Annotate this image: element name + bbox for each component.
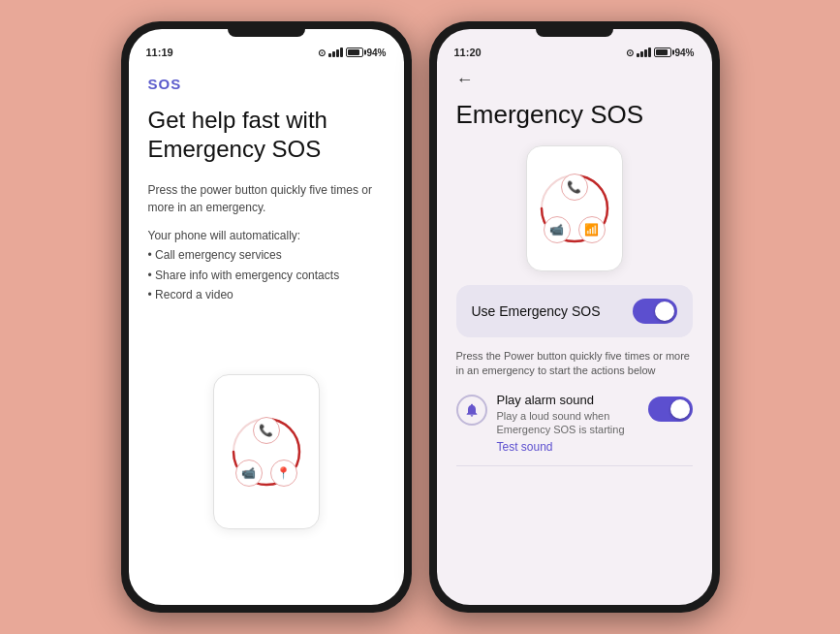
phone-call-icon: 📞 — [253, 417, 280, 444]
wifi-icon-right: ⊙ — [626, 48, 634, 58]
battery-fill-left — [348, 49, 359, 55]
auto-list: Your phone will automatically: • Call em… — [148, 226, 385, 305]
alarm-icon — [456, 395, 487, 426]
bar3 — [336, 49, 339, 57]
location-share-icon: 📍 — [270, 460, 297, 487]
bar1 — [328, 53, 331, 57]
toggle-label: Use Emergency SOS — [472, 303, 601, 319]
status-bar-left: 11:19 ⊙ 94% — [129, 37, 404, 62]
notch-left — [228, 29, 305, 37]
battery-pct-right: 94% — [674, 48, 694, 58]
description: Press the power button quickly five time… — [148, 181, 385, 216]
bar4 — [340, 48, 343, 57]
time-left: 11:19 — [146, 47, 173, 58]
phone-right: 11:20 ⊙ 94% ← — [429, 21, 720, 613]
camera-record-icon: 📹 — [235, 460, 263, 487]
wifi-icon: ⊙ — [318, 48, 326, 58]
screen2-content: ← Emergency SOS 📞 📹 📶 — [437, 62, 712, 605]
phone-frame: 📞 📹 📍 — [213, 374, 320, 529]
notch-right — [536, 29, 613, 37]
page-title: Emergency SOS — [456, 100, 693, 130]
phone-right-screen: 11:20 ⊙ 94% ← — [437, 29, 712, 605]
use-sos-toggle-card[interactable]: Use Emergency SOS — [456, 285, 693, 337]
auto-item-3: • Record a video — [148, 285, 385, 304]
battery-tip-right — [672, 50, 674, 55]
sos-illustration-frame: 📞 📹 📶 — [526, 145, 623, 271]
toggle-switch-alarm[interactable] — [648, 396, 693, 422]
icons-circle: 📞 📹 📍 — [228, 413, 305, 491]
toggle-knob-alarm — [670, 399, 690, 419]
phone-left: 11:19 ⊙ 94% SOS — [121, 21, 412, 613]
auto-item-1: • Call emergency services — [148, 245, 385, 265]
back-button[interactable]: ← — [456, 70, 693, 90]
battery-tip-left — [364, 50, 366, 55]
phone-illustration: 📞 📹 📍 — [148, 319, 385, 586]
alarm-svg — [464, 402, 480, 418]
phones-container: 11:19 ⊙ 94% SOS — [0, 0, 840, 634]
battery-right — [654, 48, 671, 57]
camera-icon-r: 📹 — [544, 216, 571, 243]
bar4r — [648, 48, 651, 57]
phone-left-screen: 11:19 ⊙ 94% SOS — [129, 29, 404, 605]
alarm-sound-row: Play alarm sound Play a loud sound when … — [456, 393, 693, 467]
bar2 — [332, 51, 335, 57]
battery-pct-left: 94% — [366, 48, 386, 58]
main-title: Get help fast with Emergency SOS — [148, 106, 385, 164]
battery-fill-right — [656, 49, 668, 55]
time-right: 11:20 — [454, 47, 482, 58]
status-icons-left: ⊙ 94% — [318, 48, 386, 58]
toggle-knob-sos — [655, 301, 674, 321]
auto-title: Your phone will automatically: — [148, 226, 385, 245]
toggle-switch-sos[interactable] — [633, 299, 677, 324]
sos-label: SOS — [148, 76, 385, 92]
alarm-title: Play alarm sound — [497, 393, 638, 407]
status-icons-right: ⊙ 94% — [626, 48, 694, 58]
alarm-text: Play alarm sound Play a loud sound when … — [497, 393, 638, 455]
toggle-description: Press the Power button quickly five time… — [456, 349, 693, 379]
location-icon-r: 📶 — [578, 216, 606, 243]
bar2r — [640, 51, 643, 57]
bar1r — [637, 53, 639, 57]
signal-left — [328, 48, 343, 57]
phone-call-icon-r: 📞 — [561, 174, 588, 201]
bar3r — [644, 49, 647, 57]
battery-left — [346, 48, 363, 57]
status-bar-right: 11:20 ⊙ 94% — [437, 37, 712, 62]
illustration-area: 📞 📹 📶 — [456, 145, 693, 271]
test-sound-link[interactable]: Test sound — [497, 440, 638, 454]
screen1-content: SOS Get help fast with Emergency SOS Pre… — [129, 62, 404, 605]
icons-circle-right: 📞 📹 📶 — [536, 170, 613, 247]
auto-item-2: • Share info with emergency contacts — [148, 266, 385, 285]
alarm-subtitle: Play a loud sound when Emergency SOS is … — [497, 409, 638, 437]
signal-right — [637, 48, 651, 57]
